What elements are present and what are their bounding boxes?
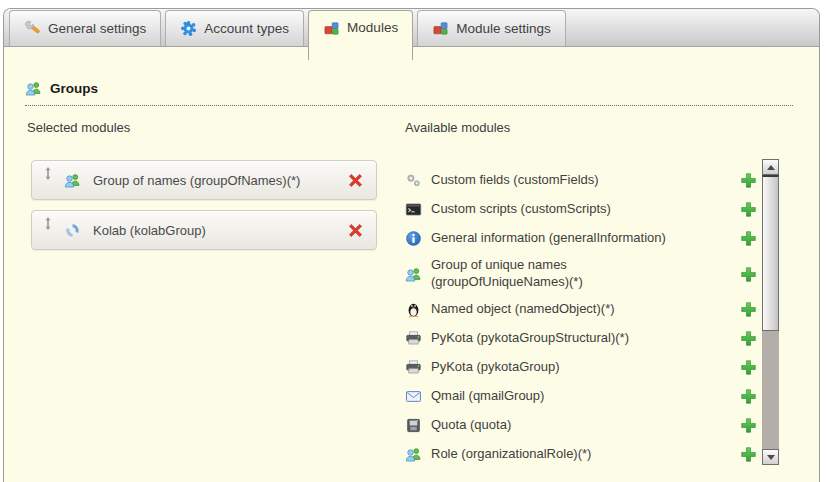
available-modules-scrollbar[interactable]: [762, 159, 779, 465]
wrench-icon: [24, 20, 41, 37]
available-module-row-pykota-pykotagroup: PyKota (pykotaGroup): [405, 353, 757, 382]
groups-icon: [25, 80, 42, 97]
selected-module-label: Group of names (groupOfNames)(*): [93, 173, 347, 188]
available-modules-list: Custom fields (customFields)Custom scrip…: [405, 166, 757, 469]
selected-modules-list: Group of names (groupOfNames)(*)Kolab (k…: [31, 160, 377, 250]
tab-bar-tabs: General settingsAccount typesModulesModu…: [9, 10, 570, 60]
tab-account-types[interactable]: Account types: [165, 10, 304, 46]
printer-icon: [405, 359, 422, 376]
available-module-label: Named object (namedObject)(*): [431, 301, 615, 318]
available-module-row-general-information-generalinformation: General information (generalInformation): [405, 224, 757, 253]
selected-module-item-kolab-kolabgroup[interactable]: Kolab (kolabGroup): [31, 210, 377, 250]
tab-module-settings[interactable]: Module settings: [417, 10, 566, 46]
available-module-label: Qmail (qmailGroup): [431, 388, 544, 405]
add-module-button[interactable]: [740, 388, 757, 405]
available-module-row-custom-scripts-customscripts: Custom scripts (customScripts): [405, 195, 757, 224]
gear-icon: [180, 20, 197, 37]
terminal-icon: [405, 201, 422, 218]
lam-configuration-page: General settingsAccount typesModulesModu…: [0, 0, 826, 482]
disk-icon: [405, 417, 422, 434]
available-module-label: Role (organizationalRole)(*): [431, 446, 591, 463]
add-module-button[interactable]: [740, 446, 757, 463]
selected-module-label: Kolab (kolabGroup): [93, 223, 347, 238]
gears-icon: [405, 172, 422, 189]
add-module-button[interactable]: [740, 359, 757, 376]
groups-icon: [405, 446, 422, 463]
groups-icon: [405, 266, 422, 283]
mail-icon: [405, 388, 422, 405]
available-module-label: Custom scripts (customScripts): [431, 201, 611, 218]
section-heading-groups: Groups: [25, 80, 793, 106]
tab-general-settings[interactable]: General settings: [9, 10, 161, 46]
selected-module-item-group-of-names-groupofnames[interactable]: Group of names (groupOfNames)(*): [31, 160, 377, 200]
printer-icon: [405, 330, 422, 347]
add-module-button[interactable]: [740, 266, 757, 283]
modules-icon: [323, 20, 340, 37]
modules-icon: [432, 20, 449, 37]
scroll-up-button[interactable]: [762, 159, 779, 175]
tab-label: General settings: [48, 21, 146, 36]
selected-modules-heading: Selected modules: [27, 120, 130, 135]
tab-label: Modules: [347, 20, 398, 35]
available-module-row-pykota-pykotagroupstructural: PyKota (pykotaGroupStructural)(*): [405, 324, 757, 353]
available-module-row-quota-quota: Quota (quota): [405, 411, 757, 440]
scroll-thumb[interactable]: [762, 175, 779, 331]
available-module-row-role-organizationalrole: Role (organizationalRole)(*): [405, 440, 757, 469]
available-module-label: Quota (quota): [431, 417, 511, 434]
scroll-track[interactable]: [762, 175, 779, 449]
available-module-label: Custom fields (customFields): [431, 172, 599, 189]
available-module-row-named-object-namedobject: Named object (namedObject)(*): [405, 295, 757, 324]
settings-window: General settingsAccount typesModulesModu…: [3, 8, 820, 482]
tab-modules[interactable]: Modules: [308, 10, 413, 60]
delete-module-button[interactable]: [347, 172, 364, 189]
available-module-row-qmail-qmailgroup: Qmail (qmailGroup): [405, 382, 757, 411]
available-module-label: General information (generalInformation): [431, 230, 666, 247]
penguin-icon: [405, 301, 422, 318]
add-module-button[interactable]: [740, 301, 757, 318]
info-icon: [405, 230, 422, 247]
add-module-button[interactable]: [740, 330, 757, 347]
tab-label: Account types: [204, 21, 289, 36]
scroll-down-button[interactable]: [762, 449, 779, 465]
available-module-label: PyKota (pykotaGroupStructural)(*): [431, 330, 629, 347]
available-modules-heading: Available modules: [405, 120, 510, 135]
drag-handle-icon[interactable]: [44, 167, 52, 180]
available-module-label: PyKota (pykotaGroup): [431, 359, 560, 376]
available-module-label: Group of unique names (groupOfUniqueName…: [431, 257, 683, 291]
delete-module-button[interactable]: [347, 222, 364, 239]
tab-label: Module settings: [456, 21, 551, 36]
scroll-down-arrow-icon: [767, 455, 775, 460]
add-module-button[interactable]: [740, 417, 757, 434]
kolab-icon: [64, 222, 81, 239]
add-module-button[interactable]: [740, 172, 757, 189]
groups-icon: [64, 172, 81, 189]
scroll-up-arrow-icon: [767, 165, 775, 170]
available-module-row-group-of-unique-names-groupofuniquenames: Group of unique names (groupOfUniqueName…: [405, 253, 757, 295]
drag-handle-icon[interactable]: [44, 217, 52, 230]
section-title: Groups: [50, 81, 98, 96]
tab-bar: General settingsAccount typesModulesModu…: [4, 9, 819, 47]
add-module-button[interactable]: [740, 201, 757, 218]
add-module-button[interactable]: [740, 230, 757, 247]
available-module-row-custom-fields-customfields: Custom fields (customFields): [405, 166, 757, 195]
